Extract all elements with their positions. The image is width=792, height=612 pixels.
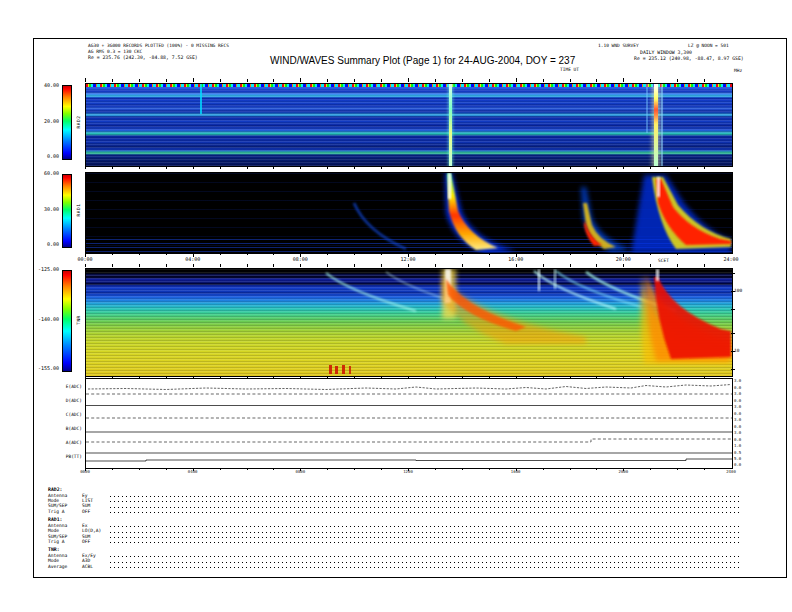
rad2-top-noise-row xyxy=(86,84,732,87)
hk-rtick: 3.0 xyxy=(734,392,741,396)
status-label: Trig A xyxy=(48,539,82,544)
dotted-leader xyxy=(110,542,740,543)
time-tick-0800: 08:00 xyxy=(293,256,308,262)
tnr-rfreq-tick xyxy=(731,369,735,370)
rad1-cb-tick-bot: 0.00 xyxy=(30,242,59,247)
tnr-drift-arcs xyxy=(326,271,676,311)
rad1-burst-1830ut xyxy=(581,187,631,252)
time-tick-2400: 24:00 xyxy=(723,256,738,262)
scet-axis-label: SCET xyxy=(658,258,669,263)
housekeeping-panel xyxy=(85,378,733,469)
hk-label-b-adc: B(ADC) xyxy=(38,426,82,431)
tnr-bottom-red-flecks xyxy=(329,365,351,374)
tnr-cb-tick-bot: -155.00 xyxy=(30,366,59,371)
dotted-leader xyxy=(110,562,740,563)
tnr-top-ticks xyxy=(85,264,731,267)
hk-label-c-adc: C(ADC) xyxy=(38,412,82,417)
tnr-cb-tick-top: -125.00 xyxy=(30,267,59,272)
header-version: 1.10 WND SURVEY xyxy=(598,43,639,49)
status-label: Average xyxy=(48,564,82,569)
rad2-cb-tick-mid: 20.00 xyxy=(30,119,59,124)
housekeeping-traces xyxy=(86,379,732,468)
hk-rtick: 0.0 xyxy=(734,399,741,403)
dotted-leader xyxy=(110,567,740,568)
dotted-leader xyxy=(110,532,740,533)
status-value: ACBL xyxy=(82,564,110,569)
dotted-leader xyxy=(110,526,740,527)
hk-rtick: 0.0 xyxy=(734,425,741,429)
dotted-leader xyxy=(110,501,740,502)
hk-btick-1600: 1600 xyxy=(511,469,521,474)
hk-rtick: 3.0 xyxy=(734,405,741,409)
dotted-leader xyxy=(110,537,740,538)
hk-rtick: 0.5 xyxy=(734,451,741,455)
rad1-colorbar xyxy=(62,174,72,248)
rad1-burst-2100ut xyxy=(631,175,731,253)
time-tick-2000: 20:00 xyxy=(616,256,631,262)
rad2-burst-1330ut xyxy=(449,84,452,166)
rad1-cb-tick-mid: 30.00 xyxy=(30,207,59,212)
rad2-spectrogram xyxy=(85,83,733,167)
hk-label-a-adc: A(ADC) xyxy=(38,440,82,445)
trace-dashed-step xyxy=(86,439,732,442)
status-value: OFF xyxy=(82,539,110,544)
tnr-features xyxy=(86,269,732,376)
hk-rtick: 5.0 xyxy=(734,457,741,461)
tnr-rfreq-tick xyxy=(731,273,735,274)
status-label: Trig A xyxy=(48,509,82,514)
hk-rtick: 0.0 xyxy=(734,438,741,442)
time-ut-label: TIME UT xyxy=(560,67,579,73)
hk-btick-2400: 2400 xyxy=(726,469,736,474)
trace-top xyxy=(88,385,731,390)
hk-rtick: 0.0 xyxy=(734,412,741,416)
time-tick-1600: 16:00 xyxy=(508,256,523,262)
instrument-status-block: RAD2: AntennaEy ModeLIST SUM/SEPSUM Trig… xyxy=(48,487,740,572)
hk-btick-0400: 0400 xyxy=(188,469,198,474)
rad1-burst-1330ut xyxy=(445,173,516,253)
header-right-radius: Re = 235.12 (240.98, -88.47, 8.97 GSE) xyxy=(634,56,744,62)
tnr-freq-100khz: 100 xyxy=(734,288,742,293)
rad2-cb-tick-bot: 0.00 xyxy=(30,154,59,159)
time-tick-1200: 12:00 xyxy=(400,256,415,262)
hk-label-pb-tt: PB(TT) xyxy=(38,454,82,459)
rad2-faint-streak xyxy=(646,84,648,133)
dotted-leader xyxy=(110,507,740,508)
hk-rtick: 3.0 xyxy=(734,418,741,422)
rad2-colorbar xyxy=(62,85,72,160)
trace-bottom-step xyxy=(86,459,732,461)
top-axis-minor-ticks xyxy=(85,79,731,82)
dotted-leader xyxy=(110,496,740,497)
dotted-leader xyxy=(110,556,740,557)
rad2-burst-2120ut xyxy=(654,84,658,166)
tnr-rfreq-tick xyxy=(731,309,735,310)
rad1-panel-label: RAD1 xyxy=(76,204,81,217)
status-group-tnr: TNR: AntennaEx/Ey ModeA3D AverageACBL xyxy=(48,547,740,569)
header-lz-noon: LZ @ NOON = 501 xyxy=(688,43,729,49)
rad2-cb-tick-top: 40.00 xyxy=(30,83,59,88)
status-row: Trig AOFF xyxy=(48,509,740,514)
tnr-colorbar xyxy=(62,270,72,372)
hk-rtick: 3.0 xyxy=(734,379,741,383)
hk-label-d-adc: D(ADC) xyxy=(38,398,82,403)
time-tick-0000: 00:00 xyxy=(77,256,92,262)
status-value: OFF xyxy=(82,509,110,514)
rad2-panel-label: RAD2 xyxy=(76,116,81,129)
hk-btick-1200: 1200 xyxy=(403,469,413,474)
tnr-freq-10khz: 10 xyxy=(734,348,739,353)
hk-btick-0800: 0800 xyxy=(295,469,305,474)
time-tick-0400: 04:00 xyxy=(185,256,200,262)
rad1-spectrogram xyxy=(85,172,733,254)
page-title: WIND/WAVES Summary Plot (Page 1) for 24-… xyxy=(270,55,570,66)
dotted-leader xyxy=(110,512,740,513)
tnr-spectrogram xyxy=(85,268,733,377)
rad1-bursts xyxy=(86,173,732,253)
tnr-panel-label: TNR xyxy=(76,315,81,325)
rad2-streak-0105ut xyxy=(200,84,202,114)
waves-summary-plot-page: AG30 + 3G000 RECORDS PLOTTED (100%) - 0 … xyxy=(0,0,792,612)
hk-label-e-adc: E(ADC) xyxy=(38,384,82,389)
tnr-blob-2100ut xyxy=(640,269,731,364)
hk-rtick: 1.0 xyxy=(734,444,741,448)
header-left-radius: Re = 235.76 (242.30, -84.88, 7.52 GSE) xyxy=(88,55,198,61)
freq-unit-label: MHz xyxy=(734,68,742,74)
status-row: AverageACBL xyxy=(48,564,740,569)
